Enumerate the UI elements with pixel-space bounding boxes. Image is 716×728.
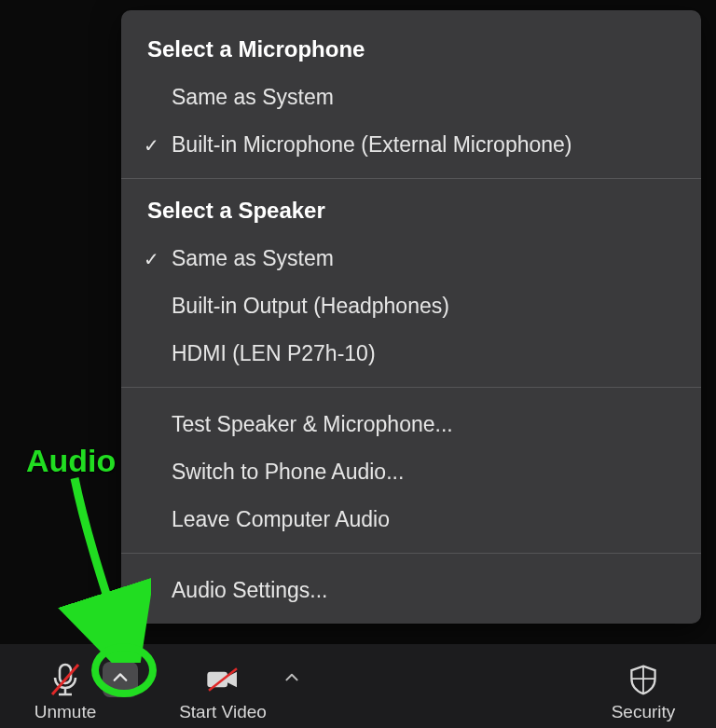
leave-computer-audio[interactable]: Leave Computer Audio bbox=[121, 496, 701, 543]
start-video-label: Start Video bbox=[179, 702, 267, 722]
security-button[interactable]: Security bbox=[597, 644, 690, 728]
chevron-up-icon bbox=[284, 670, 299, 689]
microphone-muted-icon bbox=[47, 661, 84, 698]
menu-divider bbox=[121, 178, 701, 179]
check-icon: ✓ bbox=[144, 134, 159, 157]
shield-icon bbox=[625, 661, 662, 698]
audio-options-caret[interactable] bbox=[103, 662, 138, 697]
security-label: Security bbox=[612, 702, 676, 722]
speaker-option-builtin-output[interactable]: Built-in Output (Headphones) bbox=[121, 282, 701, 330]
menu-divider bbox=[121, 553, 701, 554]
annotation-label: Audio bbox=[26, 443, 116, 479]
menu-action-label: Switch to Phone Audio... bbox=[172, 460, 404, 484]
speaker-option-label: Built-in Output (Headphones) bbox=[172, 294, 449, 318]
mic-option-same-as-system[interactable]: Same as System bbox=[121, 74, 701, 121]
audio-settings[interactable]: Audio Settings... bbox=[121, 567, 701, 614]
check-icon: ✓ bbox=[144, 248, 159, 270]
switch-to-phone-audio[interactable]: Switch to Phone Audio... bbox=[121, 448, 701, 496]
mic-section-header: Select a Microphone bbox=[121, 31, 701, 74]
mic-option-label: Same as System bbox=[172, 85, 334, 109]
chevron-up-icon bbox=[112, 669, 129, 690]
speaker-section-header: Select a Speaker bbox=[121, 192, 701, 235]
speaker-option-label: Same as System bbox=[172, 246, 334, 270]
unmute-label: Unmute bbox=[34, 702, 97, 722]
unmute-button[interactable]: Unmute bbox=[30, 644, 101, 728]
menu-action-label: Test Speaker & Microphone... bbox=[172, 412, 453, 436]
menu-divider bbox=[121, 387, 701, 388]
menu-action-label: Audio Settings... bbox=[172, 578, 328, 602]
meeting-toolbar: Unmute Start Video bbox=[0, 644, 716, 728]
audio-options-menu: Select a Microphone Same as System ✓ Bui… bbox=[121, 10, 701, 624]
video-options-caret[interactable] bbox=[278, 666, 306, 694]
speaker-option-label: HDMI (LEN P27h-10) bbox=[172, 341, 376, 365]
video-off-icon bbox=[204, 661, 241, 698]
speaker-option-same-as-system[interactable]: ✓ Same as System bbox=[121, 235, 701, 282]
menu-action-label: Leave Computer Audio bbox=[172, 507, 390, 531]
mic-option-builtin[interactable]: ✓ Built-in Microphone (External Micropho… bbox=[121, 121, 701, 169]
start-video-button[interactable]: Start Video bbox=[168, 644, 278, 728]
mic-option-label: Built-in Microphone (External Microphone… bbox=[172, 132, 572, 157]
speaker-option-hdmi[interactable]: HDMI (LEN P27h-10) bbox=[121, 330, 701, 378]
test-speaker-microphone[interactable]: Test Speaker & Microphone... bbox=[121, 401, 701, 448]
